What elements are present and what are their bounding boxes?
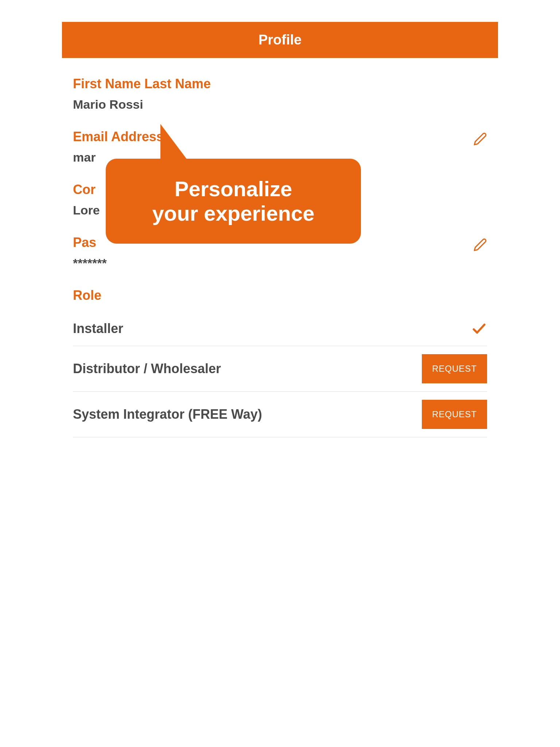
request-button[interactable]: REQUEST — [422, 354, 487, 383]
role-name: System Integrator (FREE Way) — [73, 407, 422, 422]
role-label: Role — [73, 288, 487, 303]
role-section: Role Installer Distributor / Wholesaler … — [73, 288, 487, 437]
email-label: Email Address — [73, 129, 487, 144]
tooltip-line1: Personalize — [128, 177, 339, 201]
name-field-group: First Name Last Name Mario Rossi — [73, 76, 487, 112]
profile-content: First Name Last Name Mario Rossi Email A… — [0, 58, 560, 437]
tooltip-line2: your experience — [128, 201, 339, 226]
check-icon — [471, 321, 487, 337]
pencil-icon[interactable] — [473, 238, 487, 252]
password-value: ******* — [73, 256, 487, 270]
onboarding-tooltip[interactable]: Personalize your experience — [106, 159, 361, 244]
request-button[interactable]: REQUEST — [422, 400, 487, 429]
role-name: Distributor / Wholesaler — [73, 361, 422, 376]
role-row-integrator: System Integrator (FREE Way) REQUEST — [73, 392, 487, 437]
pencil-icon[interactable] — [473, 132, 487, 146]
header-bar: Profile — [62, 22, 498, 58]
role-row-installer[interactable]: Installer — [73, 311, 487, 346]
role-row-distributor: Distributor / Wholesaler REQUEST — [73, 346, 487, 392]
name-value: Mario Rossi — [73, 97, 487, 112]
page-title: Profile — [258, 32, 302, 47]
role-name: Installer — [73, 321, 471, 336]
name-label: First Name Last Name — [73, 76, 487, 92]
